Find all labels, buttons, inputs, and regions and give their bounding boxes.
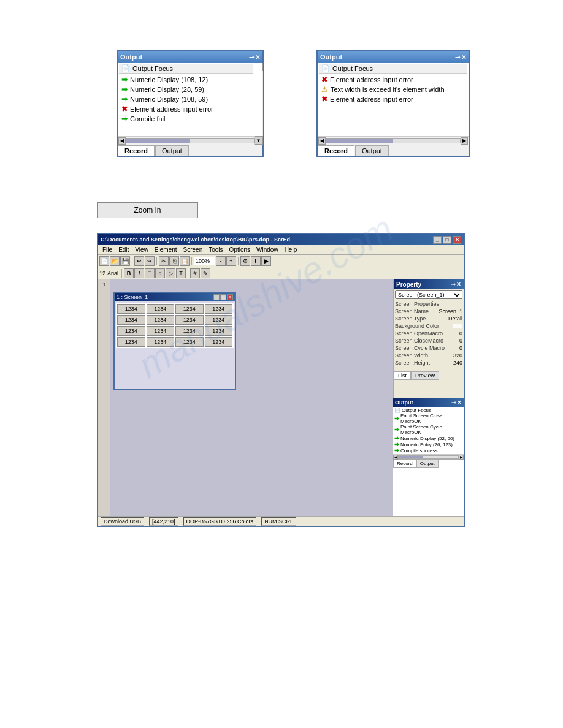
tb-compile[interactable]: ⚙ xyxy=(240,256,250,266)
right-output-hscroll-thumb xyxy=(326,139,393,143)
canvas-area[interactable]: 1 1 : Screen_1 _ □ ✕ 1234 1234 1234 xyxy=(98,279,393,516)
app-maximize-button[interactable]: □ xyxy=(443,236,451,244)
menu-file[interactable]: File xyxy=(99,246,115,253)
tb-italic[interactable]: I xyxy=(134,268,144,278)
app-statusbar: Download USB [442,210] DOP-B57GSTD 256 C… xyxy=(98,516,464,526)
tb-zoom-out[interactable]: - xyxy=(216,256,226,266)
zoom-in-button[interactable]: Zoom In xyxy=(97,202,198,218)
tb-new[interactable]: 📄 xyxy=(99,256,109,266)
prop-row-close: Screen.CloseMacro 0 xyxy=(395,338,462,344)
menu-options[interactable]: Options xyxy=(226,246,253,253)
prop-row-cycle: Screen.Cycle Macro 0 xyxy=(395,345,462,351)
tb-undo[interactable]: ↩ xyxy=(134,256,144,266)
right-output-hscroll-right[interactable]: ▶ xyxy=(461,137,468,145)
tb-zoom-in[interactable]: + xyxy=(226,256,236,266)
left-output-row-1: ➡ Numeric Display (28, 59) xyxy=(119,85,253,94)
output-mini-tab-output[interactable]: Output xyxy=(416,460,439,468)
right-output-hscroll[interactable]: ◀ ▶ xyxy=(318,136,469,145)
left-output-tab-output[interactable]: Output xyxy=(155,145,189,156)
screen-max-btn[interactable]: □ xyxy=(220,294,226,300)
left-output-hscroll[interactable]: ◀ ▶ xyxy=(118,136,262,145)
app-menubar: File Edit View Element Screen Tools Opti… xyxy=(98,245,464,255)
tb-draw1[interactable]: □ xyxy=(145,268,155,278)
tb-num-input[interactable]: ✎ xyxy=(201,268,210,278)
property-pin-icon[interactable]: ⊸ xyxy=(451,281,456,287)
app-win-controls: _ □ ✕ xyxy=(433,236,461,244)
tb-draw3[interactable]: ▷ xyxy=(166,268,175,278)
output-mini-hscroll-left[interactable]: ◀ xyxy=(393,455,398,460)
menu-screen[interactable]: Screen xyxy=(180,246,206,253)
left-output-tab-record[interactable]: Record xyxy=(118,145,155,156)
property-dropdown[interactable]: Screen (Screen_1) xyxy=(395,290,462,299)
prop-tab-preview[interactable]: Preview xyxy=(411,371,439,380)
left-output-close-icon[interactable]: ✕ xyxy=(255,54,260,61)
num-cell-2: 1234 xyxy=(175,304,204,314)
tb-draw4[interactable]: T xyxy=(176,268,186,278)
tb-run[interactable]: ▶ xyxy=(261,256,271,266)
output-mini-row-4: ➡ Numeric Entry (26, 123) xyxy=(394,441,463,447)
screen-subwindow: 1 : Screen_1 _ □ ✕ 1234 1234 1234 1234 1… xyxy=(113,292,236,390)
app-minimize-button[interactable]: _ xyxy=(433,236,442,244)
left-output-pin-icon[interactable]: ⊸ xyxy=(249,54,254,61)
menu-tools[interactable]: Tools xyxy=(205,246,226,253)
tb-bold[interactable]: B xyxy=(124,268,134,278)
right-output-panel: Output ⊸ ✕ 📄 Output Focus ✖ Element addr… xyxy=(316,50,470,157)
toolbar2-size-label: 12 xyxy=(99,270,105,276)
right-output-content: 📄 Output Focus ✖ Element address input e… xyxy=(318,63,469,136)
tb-zoom-input[interactable] xyxy=(194,257,215,265)
screen-min-btn[interactable]: _ xyxy=(213,294,220,300)
right-output-tab-record[interactable]: Record xyxy=(318,145,354,156)
left-output-x-icon-3: ✖ xyxy=(121,105,128,113)
menu-window[interactable]: Window xyxy=(253,246,282,253)
output-mini-hscroll-right[interactable]: ▶ xyxy=(459,455,464,460)
right-output-hscroll-left[interactable]: ◀ xyxy=(318,137,326,145)
right-output-hscroll-track[interactable] xyxy=(326,138,461,143)
prop-value-cycle: 0 xyxy=(459,345,462,351)
property-close-icon[interactable]: ✕ xyxy=(456,281,461,287)
output-mini-hscroll-track[interactable] xyxy=(398,455,459,459)
menu-element[interactable]: Element xyxy=(151,246,180,253)
property-title: Property ⊸ ✕ xyxy=(394,279,464,289)
left-output-hscroll-track[interactable] xyxy=(126,138,255,143)
right-output-title: Output xyxy=(320,53,342,61)
tb-download[interactable]: ⬇ xyxy=(251,256,261,266)
screen-close-btn[interactable]: ✕ xyxy=(227,294,233,300)
tb-cut[interactable]: ✂ xyxy=(159,256,169,266)
prop-value-open: 0 xyxy=(459,330,462,336)
menu-edit[interactable]: Edit xyxy=(115,246,132,253)
tb-paste[interactable]: 📋 xyxy=(180,256,190,266)
output-mini-close-icon[interactable]: ✕ xyxy=(457,400,462,406)
tb-num-disp[interactable]: # xyxy=(190,268,200,278)
num-cell-0: 1234 xyxy=(117,304,145,314)
output-mini-tab-record[interactable]: Record xyxy=(393,460,416,468)
property-tabs: List Preview xyxy=(394,371,464,380)
left-output-row-3: ✖ Element address input error xyxy=(119,104,253,114)
right-output-pin-icon[interactable]: ⊸ xyxy=(455,54,460,61)
tb-open[interactable]: 📂 xyxy=(110,256,120,266)
left-output-scroll-down[interactable]: ▼ xyxy=(255,136,263,145)
toolbar-row-2: 12 Arial B I □ ○ ▷ T # ✎ xyxy=(98,267,464,279)
num-cell-6: 1234 xyxy=(175,315,204,325)
menu-help[interactable]: Help xyxy=(282,246,301,253)
left-output-text-4: Compile fail xyxy=(130,115,165,123)
left-ruler: 1 xyxy=(98,279,110,516)
screen-subwindow-title: 1 : Screen_1 _ □ ✕ xyxy=(115,293,235,301)
prop-tab-list[interactable]: List xyxy=(394,371,411,380)
output-mini-hscroll[interactable]: ◀ ▶ xyxy=(393,454,464,459)
left-output-hscroll-left[interactable]: ◀ xyxy=(118,137,126,145)
output-mini-text-5: Compile success xyxy=(400,448,437,453)
output-mini-arrow-5: ➡ xyxy=(394,447,399,453)
right-output-tab-output[interactable]: Output xyxy=(355,145,389,156)
status-mode: NUM SCRL xyxy=(261,517,296,526)
tb-redo[interactable]: ↪ xyxy=(145,256,155,266)
status-model-value: DOP-B57GSTD 256 Colors xyxy=(186,518,254,525)
num-cell-9: 1234 xyxy=(147,326,175,336)
tb-draw2[interactable]: ○ xyxy=(155,268,165,278)
app-close-button[interactable]: ✕ xyxy=(453,236,461,244)
output-mini-pin-icon[interactable]: ⊸ xyxy=(451,400,456,406)
right-output-close-icon[interactable]: ✕ xyxy=(461,54,466,61)
prop-label-0: Screen Properties xyxy=(395,301,439,307)
menu-view[interactable]: View xyxy=(132,246,151,253)
tb-save[interactable]: 💾 xyxy=(120,256,130,266)
tb-copy[interactable]: ⎘ xyxy=(169,256,179,266)
